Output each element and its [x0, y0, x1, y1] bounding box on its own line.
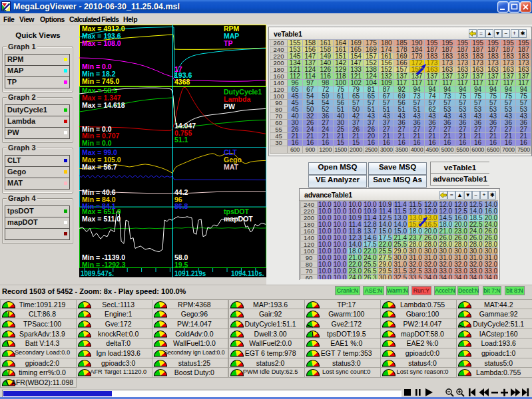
svg-text:86.8: 86.8	[174, 202, 188, 210]
svg-text:1094.110s.: 1094.110s.	[231, 270, 264, 277]
svg-text:1091.219s: 1091.219s	[174, 270, 206, 277]
svg-text:51.1: 51.1	[174, 136, 188, 144]
svg-text:mapDOT: mapDOT	[224, 215, 253, 223]
svg-text:1089.547s.: 1089.547s.	[81, 270, 114, 277]
svg-text:Max = 14.618: Max = 14.618	[82, 101, 125, 109]
svg-text:19.5: 19.5	[174, 261, 188, 269]
svg-text:PW: PW	[224, 102, 235, 110]
svg-text:MAT: MAT	[224, 163, 239, 171]
svg-text:Max = 108.0: Max = 108.0	[82, 39, 121, 47]
svg-text:TP: TP	[224, 39, 232, 47]
svg-text:Min = 745.0: Min = 745.0	[82, 77, 119, 85]
svg-text:Max = 56.7: Max = 56.7	[82, 163, 117, 171]
svg-text:Max = 511.0: Max = 511.0	[82, 215, 121, 223]
svg-text:Min = -1292.3: Min = -1292.3	[82, 261, 126, 269]
svg-text:Min = 0.0: Min = 0.0	[82, 139, 112, 147]
svg-text:4368: 4368	[174, 78, 190, 86]
